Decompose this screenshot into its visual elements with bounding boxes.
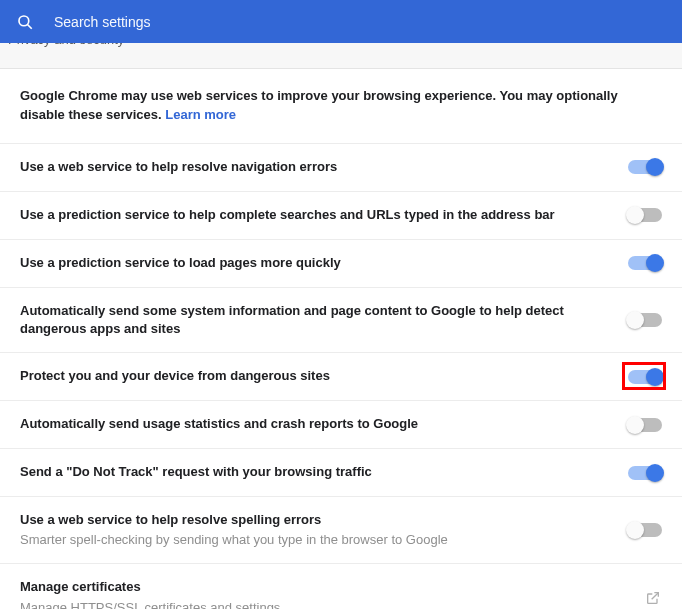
setting-title: Use a web service to help resolve naviga… xyxy=(20,158,612,176)
toggle-switch[interactable] xyxy=(628,313,662,327)
setting-row: Use a web service to help resolve naviga… xyxy=(0,144,682,192)
search-icon[interactable] xyxy=(16,13,34,31)
setting-row: Automatically send usage statistics and … xyxy=(0,401,682,449)
toggle-switch[interactable] xyxy=(628,256,662,270)
setting-row: Send a "Do Not Track" request with your … xyxy=(0,449,682,497)
setting-title: Automatically send usage statistics and … xyxy=(20,415,612,433)
toggle-switch[interactable] xyxy=(628,523,662,537)
intro-prefix: Google Chrome may use web services to im… xyxy=(20,88,618,122)
setting-title: Use a web service to help resolve spelli… xyxy=(20,511,612,529)
search-settings-input[interactable]: Search settings xyxy=(54,14,151,30)
manage-certificates-subtitle: Manage HTTPS/SSL certificates and settin… xyxy=(20,599,628,609)
toggle-switch[interactable] xyxy=(628,160,662,174)
svg-point-0 xyxy=(19,16,29,26)
section-header: Privacy and security xyxy=(0,43,682,69)
toggle-switch[interactable] xyxy=(628,466,662,480)
setting-title: Protect you and your device from dangero… xyxy=(20,367,612,385)
toggle-switch[interactable] xyxy=(628,370,662,384)
svg-line-2 xyxy=(652,592,659,599)
toggle-switch[interactable] xyxy=(628,208,662,222)
toggle-switch[interactable] xyxy=(628,418,662,432)
setting-title: Use a prediction service to help complet… xyxy=(20,206,612,224)
external-link-icon xyxy=(644,589,662,607)
setting-row: Protect you and your device from dangero… xyxy=(0,353,682,401)
setting-title: Send a "Do Not Track" request with your … xyxy=(20,463,612,481)
top-bar: Search settings xyxy=(0,0,682,43)
intro-text: Google Chrome may use web services to im… xyxy=(0,69,682,144)
setting-row: Use a prediction service to load pages m… xyxy=(0,240,682,288)
svg-line-1 xyxy=(27,24,31,28)
setting-row: Use a prediction service to help complet… xyxy=(0,192,682,240)
section-title: Privacy and security xyxy=(8,43,124,47)
manage-certificates-row[interactable]: Manage certificates Manage HTTPS/SSL cer… xyxy=(0,564,682,609)
setting-row: Automatically send some system informati… xyxy=(0,288,682,353)
setting-title: Use a prediction service to load pages m… xyxy=(20,254,612,272)
setting-title: Automatically send some system informati… xyxy=(20,302,612,338)
manage-certificates-title: Manage certificates xyxy=(20,578,628,596)
setting-row: Use a web service to help resolve spelli… xyxy=(0,497,682,564)
learn-more-link[interactable]: Learn more xyxy=(165,107,236,122)
setting-subtitle: Smarter spell-checking by sending what y… xyxy=(20,531,612,549)
